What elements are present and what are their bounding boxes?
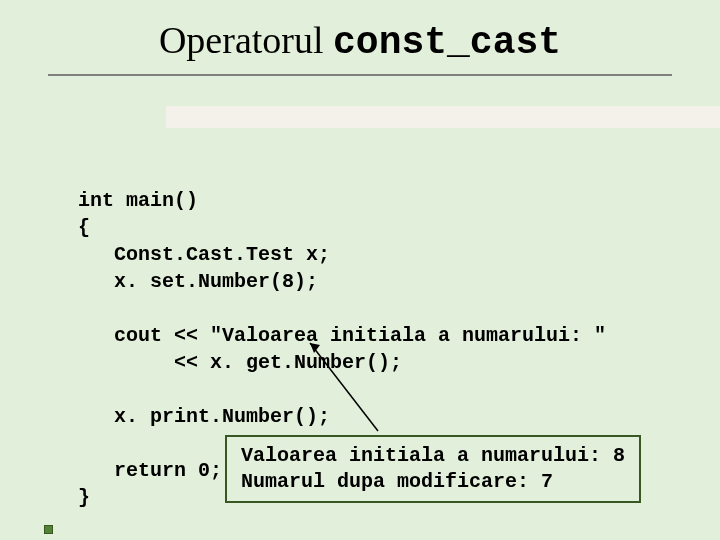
bullet-icon [44,525,53,534]
title-serif: Operatorul [159,19,333,61]
code-block: int main() { Const.Cast.Test x; x. set.N… [78,106,720,538]
code-highlight-strip [166,106,720,128]
slide-title: Operatorul const_cast [0,0,720,74]
arrow-annotation [300,335,400,435]
title-underline [48,74,672,76]
svg-line-0 [310,343,378,431]
title-mono: const_cast [333,21,561,64]
svg-marker-1 [310,343,320,353]
